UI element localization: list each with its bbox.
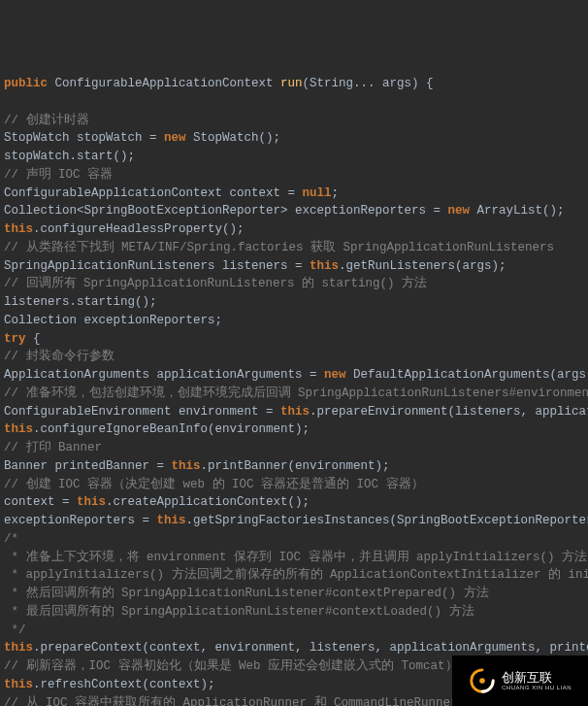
keyword: try — [4, 332, 26, 346]
comment: // 准备环境，包括创建环境，创建环境完成后回调 SpringApplicati… — [4, 387, 588, 400]
code-text: .configureHeadlessProperty(); — [33, 222, 245, 236]
code-text: .getSpringFactoriesInstances(SpringBootE… — [186, 514, 588, 527]
code-text: ConfigurableEnvironment environment = — [4, 405, 280, 419]
comment: // 创建 IOC 容器（决定创建 web 的 IOC 容器还是普通的 IOC … — [4, 478, 424, 491]
code-text: exceptionReporters = — [4, 514, 157, 527]
code-text: .createApplicationContext(); — [106, 495, 310, 509]
comment: * applyInitializers() 方法回调之前保存的所有的 Appli… — [4, 568, 588, 582]
code-text: Collection exceptionReporters; — [4, 314, 222, 327]
comment: // 从类路径下找到 META/INF/Spring.factories 获取 … — [4, 241, 554, 254]
comment: * 然后回调所有的 SpringApplicationRunListener#c… — [4, 587, 489, 600]
code-text: (String... args) { — [303, 77, 434, 90]
code-block: public ConfigurableApplicationContext ru… — [0, 73, 588, 706]
comment: // 打印 Banner — [4, 441, 102, 454]
keyword: public — [4, 77, 48, 90]
keyword: this — [172, 459, 201, 473]
comment: // 回调所有 SpringApplicationRunListeners 的 … — [4, 277, 427, 290]
watermark-logo: 创新互联 CHUANG XIN HU LIAN — [452, 656, 588, 706]
code-text: { — [26, 332, 41, 346]
code-text: listeners.starting(); — [4, 295, 157, 309]
logo-icon — [469, 667, 496, 694]
code-text: ApplicationArguments applicationArgument… — [4, 368, 324, 382]
code-text: .configureIgnoreBeanInfo(environment); — [33, 422, 310, 436]
keyword: new — [324, 368, 346, 382]
logo-subtitle: CHUANG XIN HU LIAN — [502, 685, 572, 691]
logo-text: 创新互联 CHUANG XIN HU LIAN — [502, 671, 572, 691]
keyword: this — [157, 514, 186, 527]
comment: * 准备上下文环境，将 environment 保存到 IOC 容器中，并且调用… — [4, 551, 587, 564]
code-text: StopWatch stopWatch = — [4, 131, 164, 145]
comment: /* — [4, 532, 18, 546]
comment: */ — [4, 623, 26, 637]
comment: // 创建计时器 — [4, 114, 89, 127]
keyword: this — [280, 405, 310, 419]
keyword: this — [77, 495, 106, 509]
svg-point-0 — [479, 678, 485, 684]
method-name: run — [280, 77, 303, 90]
code-text: StopWatch(); — [186, 131, 281, 145]
code-text: ConfigurableApplicationContext — [48, 77, 280, 90]
logo-title: 创新互联 — [502, 671, 572, 685]
keyword: new — [164, 131, 186, 145]
code-text: ; — [332, 186, 340, 200]
code-text: .getRunListeners(args); — [339, 259, 506, 273]
code-text: ArrayList(); — [470, 204, 565, 218]
comment: // 声明 IOC 容器 — [4, 168, 113, 182]
code-text: ConfigurableApplicationContext context = — [4, 186, 303, 200]
code-text: Collection<SpringBootExceptionReporter> … — [4, 204, 448, 218]
keyword: new — [448, 204, 471, 218]
code-text: .prepareEnvironment(listeners, applicati… — [310, 405, 588, 419]
code-text: .prepareContext(context, environment, li… — [33, 641, 588, 655]
comment: * 最后回调所有的 SpringApplicationRunListener#c… — [4, 605, 474, 619]
code-text: Banner printedBanner = — [4, 459, 172, 473]
comment: // 从 IOC 容器中获取所有的 ApplicationRunner 和 Co… — [4, 696, 515, 707]
keyword: this — [4, 678, 33, 691]
comment: // 封装命令行参数 — [4, 350, 114, 363]
code-text: stopWatch.start(); — [4, 150, 135, 163]
keyword: this — [4, 422, 33, 436]
code-text: .printBanner(environment); — [201, 459, 390, 473]
keyword: this — [4, 222, 33, 236]
code-text: DefaultApplicationArguments(args); — [346, 368, 588, 382]
keyword: this — [310, 259, 339, 273]
keyword: this — [4, 641, 33, 655]
code-text: .refreshContext(context); — [33, 678, 215, 691]
code-text: context = — [4, 495, 77, 509]
keyword: null — [303, 186, 332, 200]
code-text: SpringApplicationRunListeners listeners … — [4, 259, 310, 273]
